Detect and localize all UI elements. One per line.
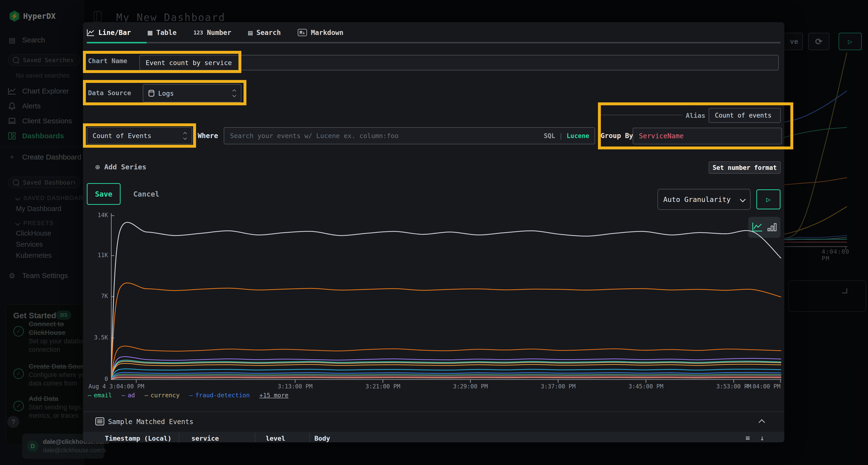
legend-swatch: — — [189, 392, 193, 399]
legend-item[interactable]: —email — [88, 392, 112, 399]
legend-swatch: — — [122, 392, 125, 399]
collapse-section-icon[interactable] — [758, 419, 765, 426]
y-axis-tick: 7K — [83, 293, 108, 299]
legend-item[interactable]: —currency — [145, 392, 180, 399]
chart-name-field[interactable] — [140, 55, 779, 70]
aggregation-select[interactable]: Count of Events — [87, 127, 192, 144]
tab-label: Table — [156, 29, 177, 37]
run-query-button[interactable]: ▷ — [756, 189, 780, 209]
table-icon: ▦ — [148, 28, 152, 37]
tab-line-bar[interactable]: Line/Bar — [87, 29, 131, 37]
save-button[interactable]: Save — [87, 183, 121, 205]
legend-swatch: — — [145, 392, 148, 399]
granularity-select[interactable]: Auto Granularity — [657, 189, 751, 210]
column-header-body[interactable]: Body — [314, 435, 330, 442]
group-by-input[interactable] — [639, 132, 776, 140]
sql-language-toggle[interactable]: SQL — [544, 132, 555, 139]
list-icon — [95, 417, 104, 427]
data-source-value: Logs — [158, 90, 174, 97]
y-axis-tick: 11K — [83, 252, 108, 259]
search-doc-icon: ▤ — [248, 28, 252, 37]
y-axis-tick: 3.5K — [83, 334, 108, 341]
legend-swatch: — — [88, 392, 91, 399]
chart-type-tabs: Line/Bar ▦ Table 123 Number ▤ Search M↓ … — [87, 28, 343, 37]
column-header-level[interactable]: level — [266, 435, 285, 442]
tab-table[interactable]: ▦ Table — [148, 28, 177, 37]
alias-field[interactable] — [709, 108, 781, 123]
events-table-header: Timestamp (Local) service level Body ≡ ↓ — [83, 432, 784, 442]
chart-legend: —email —ad —currency —fraud-detection +1… — [88, 392, 288, 399]
y-axis-tick: 14K — [83, 212, 108, 219]
where-label: Where — [198, 132, 218, 140]
column-header-service[interactable]: service — [191, 435, 219, 442]
line-chart-icon — [87, 29, 94, 36]
column-separator[interactable] — [309, 434, 310, 442]
column-header-timestamp[interactable]: Timestamp (Local) — [105, 435, 172, 442]
tab-label: Number — [207, 29, 231, 37]
tab-label: Search — [256, 29, 281, 37]
column-separator[interactable] — [255, 434, 255, 442]
filter-icon[interactable]: ≡ — [745, 434, 750, 442]
alias-input[interactable] — [714, 111, 775, 119]
chevron-down-icon — [740, 196, 745, 202]
select-chevrons-icon — [184, 133, 186, 139]
database-icon — [149, 90, 154, 97]
language-toggle-divider: | — [559, 132, 563, 139]
x-axis-tick: 3:37:00 PM — [541, 383, 576, 390]
legend-item[interactable]: —ad — [122, 392, 135, 399]
data-source-label: Data Source — [88, 89, 131, 97]
granularity-value: Auto Granularity — [663, 195, 731, 204]
play-icon: ▷ — [766, 195, 771, 204]
timeseries-chart[interactable] — [111, 212, 781, 384]
tab-label: Markdown — [311, 29, 343, 37]
set-number-format-button[interactable]: Set number format — [709, 161, 781, 174]
tab-underline-track — [87, 42, 780, 43]
chart-name-label: Chart Name — [88, 57, 127, 65]
x-axis-tick: 3:13:00 PM — [278, 383, 313, 390]
section-divider — [83, 411, 784, 412]
y-axis-tick: 0 — [83, 376, 108, 383]
aggregation-value: Count of Events — [93, 132, 151, 139]
x-axis-tick: 3:29:00 PM — [453, 383, 488, 390]
add-series-button[interactable]: ⊕ Add Series — [95, 162, 146, 171]
screen: ⚡ HyperDX ▤ Search No saved searches Cha… — [0, 0, 868, 465]
series-divider — [598, 115, 682, 115]
group-by-label: Group By — [600, 132, 633, 140]
chart-name-input[interactable] — [145, 59, 773, 67]
add-series-label: Add Series — [104, 163, 146, 171]
x-axis-tick: 3:45:00 PM — [628, 383, 663, 390]
tab-label: Line/Bar — [98, 29, 131, 37]
alias-label: Alias — [686, 112, 705, 119]
select-chevrons-icon — [233, 90, 236, 97]
x-axis-tick: 4:04:00 PM — [746, 383, 781, 390]
plus-circle-icon: ⊕ — [95, 162, 100, 171]
column-separator[interactable] — [179, 434, 179, 442]
tab-underline-active — [87, 42, 147, 43]
markdown-icon: M↓ — [298, 29, 307, 36]
download-icon[interactable]: ↓ — [760, 434, 764, 442]
tab-search[interactable]: ▤ Search — [248, 28, 281, 37]
tab-number[interactable]: 123 Number — [193, 29, 231, 37]
number-123-icon: 123 — [193, 30, 203, 36]
sample-events-title: Sample Matched Events — [108, 418, 193, 426]
x-axis-tick: 3:21:00 PM — [366, 383, 401, 390]
legend-item[interactable]: —fraud-detection — [189, 392, 250, 399]
where-field[interactable]: SQL | Lucene — [224, 127, 595, 144]
legend-more-link[interactable]: +15 more — [259, 392, 288, 399]
data-source-select[interactable]: Logs — [143, 84, 241, 102]
where-input[interactable] — [229, 132, 544, 140]
lucene-language-toggle[interactable]: Lucene — [567, 132, 589, 139]
cancel-button[interactable]: Cancel — [129, 183, 163, 205]
group-by-field[interactable] — [633, 128, 782, 144]
x-axis-tick: Aug 4 3:04:00 PM — [89, 383, 144, 390]
chart-editor-modal: Line/Bar ▦ Table 123 Number ▤ Search M↓ … — [83, 22, 784, 442]
tab-markdown[interactable]: M↓ Markdown — [298, 29, 344, 37]
